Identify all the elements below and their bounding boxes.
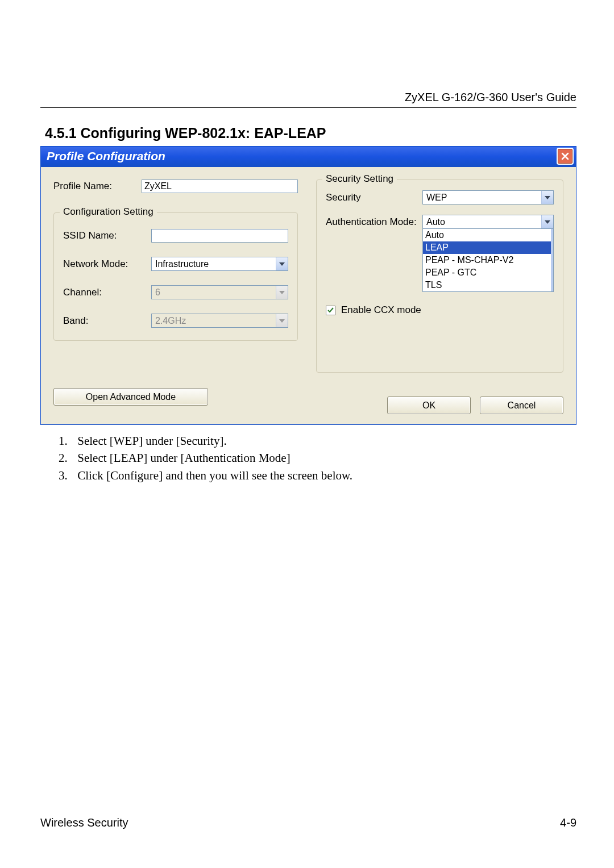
auth-mode-dropdown-list[interactable]: AutoLEAPPEAP - MS-CHAP-V2PEAP - GTCTLS [422,228,554,292]
footer-right: 4-9 [560,816,576,829]
chevron-down-icon [276,314,288,327]
security-label: Security [326,192,422,203]
auth-mode-option[interactable]: LEAP [423,241,553,254]
configuration-setting-group: Configuration Setting SSID Name: Network… [53,212,298,341]
configuration-setting-legend: Configuration Setting [60,206,157,218]
auth-mode-value: Auto [423,215,541,228]
auth-mode-option[interactable]: Auto [423,229,553,241]
page-footer: Wireless Security 4-9 [40,816,576,829]
security-value: WEP [423,191,541,204]
ssid-label: SSID Name: [63,230,151,241]
enable-ccx-checkbox[interactable] [326,306,335,315]
auth-mode-option[interactable]: TLS [423,279,553,291]
scrollbar-thumb[interactable] [551,229,553,291]
auth-mode-option[interactable]: PEAP - GTC [423,266,553,279]
chevron-down-icon [276,257,288,270]
channel-value: 6 [152,286,276,299]
instruction-item: 3. Click [Configure] and then you will s… [59,468,576,483]
band-label: Band: [63,315,151,327]
network-mode-label: Network Mode: [63,258,151,270]
footer-left: Wireless Security [40,816,128,829]
auth-mode-option[interactable]: PEAP - MS-CHAP-V2 [423,254,553,266]
band-select: 2.4GHz [151,314,288,328]
profile-config-window: Profile Configuration Profile Name: Conf… [40,146,576,425]
instruction-item: 2. Select [LEAP] under [Authentication M… [59,450,576,466]
security-setting-legend: Security Setting [322,173,397,185]
close-icon[interactable] [557,148,574,165]
document-header: ZyXEL G-162/G-360 User's Guide [40,91,576,108]
chevron-down-icon [541,215,553,228]
instruction-list: 1. Select [WEP] under [Security].2. Sele… [59,433,576,483]
band-value: 2.4GHz [152,314,276,327]
auth-mode-label: Authentication Mode: [326,216,422,228]
security-select[interactable]: WEP [422,190,554,205]
open-advanced-button[interactable]: Open Advanced Mode [53,388,208,406]
channel-select: 6 [151,285,288,299]
enable-ccx-label: Enable CCX mode [341,304,421,316]
window-title: Profile Configuration [47,149,165,163]
instruction-item: 1. Select [WEP] under [Security]. [59,433,576,449]
chevron-down-icon [541,191,553,204]
security-setting-group: Security Setting Security WEP Authentica… [316,180,563,373]
auth-mode-select[interactable]: Auto [422,215,554,229]
ssid-input[interactable] [151,229,288,243]
profile-name-label: Profile Name: [53,181,142,192]
section-heading: 4.5.1 Configuring WEP-802.1x: EAP-LEAP [45,125,576,141]
ok-button[interactable]: OK [387,397,471,414]
network-mode-value: Infrastructure [152,257,276,270]
network-mode-select[interactable]: Infrastructure [151,257,288,271]
window-titlebar: Profile Configuration [41,147,576,167]
chevron-down-icon [276,286,288,299]
profile-name-input[interactable] [142,180,298,193]
channel-label: Channel: [63,287,151,298]
cancel-button[interactable]: Cancel [480,397,563,414]
